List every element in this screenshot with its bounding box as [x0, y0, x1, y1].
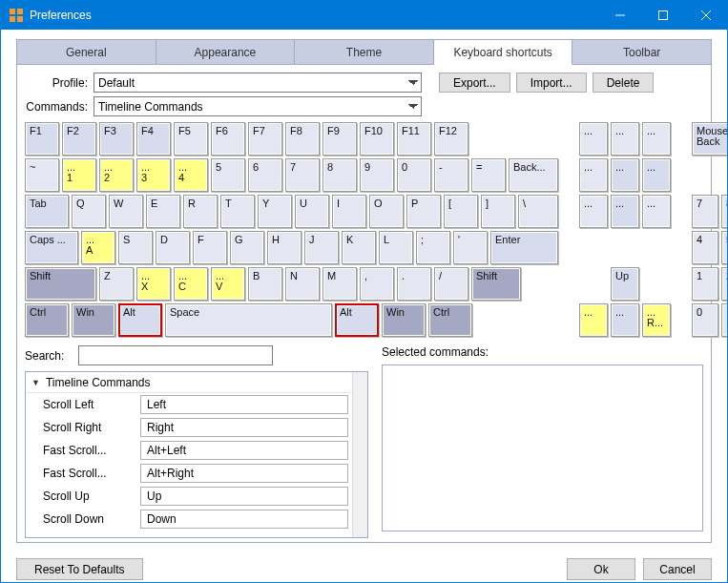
key-v[interactable]: ... V: [211, 267, 245, 301]
maximize-button[interactable]: [641, 1, 684, 30]
key-f6[interactable]: F6: [211, 122, 245, 156]
key-p[interactable]: P: [406, 195, 441, 228]
key-tab[interactable]: Tab: [25, 195, 69, 228]
key-n[interactable]: N: [285, 267, 320, 301]
key-shift[interactable]: Shift: [25, 267, 96, 301]
key-1[interactable]: 1: [692, 267, 718, 301]
command-shortcut[interactable]: Alt+Left: [140, 441, 348, 460]
key-[interactable]: ...: [579, 195, 608, 228]
key-r[interactable]: R: [183, 195, 218, 228]
key-b[interactable]: B: [248, 267, 282, 301]
key-4[interactable]: ... 4: [174, 158, 208, 192]
key-d[interactable]: D: [156, 231, 190, 264]
key-[interactable]: \: [518, 195, 558, 228]
key-f4[interactable]: F4: [136, 122, 171, 156]
key-ctrl[interactable]: Ctrl: [428, 303, 472, 337]
key-m[interactable]: M: [322, 267, 357, 301]
key-[interactable]: -: [434, 158, 468, 192]
cancel-button[interactable]: Cancel: [643, 558, 712, 580]
ok-button[interactable]: Ok: [567, 558, 635, 580]
key-f[interactable]: F: [193, 231, 227, 264]
key-win[interactable]: Win: [382, 303, 426, 337]
key-[interactable]: ...: [579, 158, 608, 192]
key-y[interactable]: Y: [258, 195, 292, 228]
tab-keyboard-shortcuts[interactable]: Keyboard shortcuts: [434, 39, 573, 65]
key-[interactable]: ...: [611, 195, 639, 228]
scrollbar[interactable]: [352, 372, 367, 537]
command-shortcut[interactable]: Right: [140, 418, 348, 437]
key-[interactable]: ;: [416, 231, 450, 264]
tab-general[interactable]: General: [16, 39, 156, 65]
key-f3[interactable]: F3: [99, 122, 134, 156]
key-[interactable]: ]: [481, 195, 515, 228]
key-u[interactable]: U: [295, 195, 329, 228]
minimize-button[interactable]: [598, 1, 641, 30]
key-[interactable]: ...: [579, 122, 608, 156]
close-button[interactable]: [684, 1, 727, 30]
key-j[interactable]: J: [304, 231, 339, 264]
key-f9[interactable]: F9: [322, 122, 357, 156]
tab-toolbar[interactable]: Toolbar: [572, 39, 712, 65]
key-z[interactable]: Z: [99, 267, 134, 301]
key-[interactable]: ...: [579, 303, 608, 337]
commands-list-header[interactable]: ▼ Timeline Commands: [26, 372, 367, 393]
key-4[interactable]: 4: [692, 231, 718, 264]
tab-theme[interactable]: Theme: [295, 39, 434, 65]
key-0[interactable]: 0: [397, 158, 431, 192]
key-[interactable]: ...: [611, 158, 639, 192]
delete-button[interactable]: Delete: [593, 73, 655, 93]
key-w[interactable]: W: [109, 195, 143, 228]
key-e[interactable]: E: [146, 195, 180, 228]
key-[interactable]: ...: [611, 122, 639, 156]
profile-select[interactable]: Default: [94, 73, 422, 93]
key-f2[interactable]: F2: [62, 122, 96, 156]
key-t[interactable]: T: [220, 195, 255, 228]
key-[interactable]: ...: [642, 158, 671, 192]
export-button[interactable]: Export...: [439, 73, 510, 93]
key-ctrl[interactable]: Ctrl: [25, 303, 69, 337]
key-back[interactable]: Back...: [509, 158, 558, 192]
key-6[interactable]: 6: [248, 158, 282, 192]
commands-select[interactable]: Timeline Commands: [94, 96, 422, 116]
import-button[interactable]: Import...: [516, 73, 587, 93]
key-k[interactable]: K: [342, 231, 376, 264]
key-0[interactable]: 0: [692, 303, 718, 337]
command-row[interactable]: Scroll LeftLeft: [26, 393, 367, 416]
key-alt[interactable]: Alt: [118, 303, 162, 337]
key-7[interactable]: 7: [692, 195, 718, 228]
key-[interactable]: ': [453, 231, 488, 264]
key-[interactable]: /: [434, 267, 468, 301]
key-space[interactable]: Space: [165, 303, 332, 337]
command-row[interactable]: Scroll UpUp: [26, 485, 367, 508]
key-3[interactable]: ... 3: [136, 158, 171, 192]
key-up[interactable]: Up: [611, 267, 639, 301]
search-input[interactable]: [78, 345, 273, 365]
reset-defaults-button[interactable]: Reset To Defaults: [16, 558, 143, 580]
tab-appearance[interactable]: Appearance: [156, 39, 296, 65]
key-s[interactable]: S: [118, 231, 153, 264]
key-o[interactable]: O: [369, 195, 404, 228]
key-q[interactable]: Q: [72, 195, 106, 228]
key-shift[interactable]: Shift: [471, 267, 521, 301]
key-[interactable]: ...: [611, 303, 639, 337]
key-win[interactable]: Win: [72, 303, 115, 337]
key-5[interactable]: 5: [211, 158, 245, 192]
key-8[interactable]: 8: [721, 195, 728, 228]
key-[interactable]: ,: [360, 267, 394, 301]
key-2[interactable]: ... 2: [99, 158, 134, 192]
key-f8[interactable]: F8: [285, 122, 320, 156]
key-caps[interactable]: Caps ...: [25, 231, 78, 264]
key-i[interactable]: I: [332, 195, 366, 228]
key-l[interactable]: L: [379, 231, 413, 264]
command-row[interactable]: Fast Scroll...Alt+Left: [26, 439, 367, 462]
key-f10[interactable]: F10: [360, 122, 394, 156]
key-2[interactable]: 2: [721, 267, 728, 301]
key-8[interactable]: 8: [322, 158, 357, 192]
commands-list[interactable]: ▼ Timeline Commands Scroll LeftLeftScrol…: [25, 371, 368, 538]
key-[interactable]: [: [444, 195, 478, 228]
key-5[interactable]: 5: [721, 231, 728, 264]
key-h[interactable]: H: [267, 231, 302, 264]
key-a[interactable]: ... A: [81, 231, 115, 264]
key-f7[interactable]: F7: [248, 122, 282, 156]
command-shortcut[interactable]: Left: [140, 395, 348, 414]
